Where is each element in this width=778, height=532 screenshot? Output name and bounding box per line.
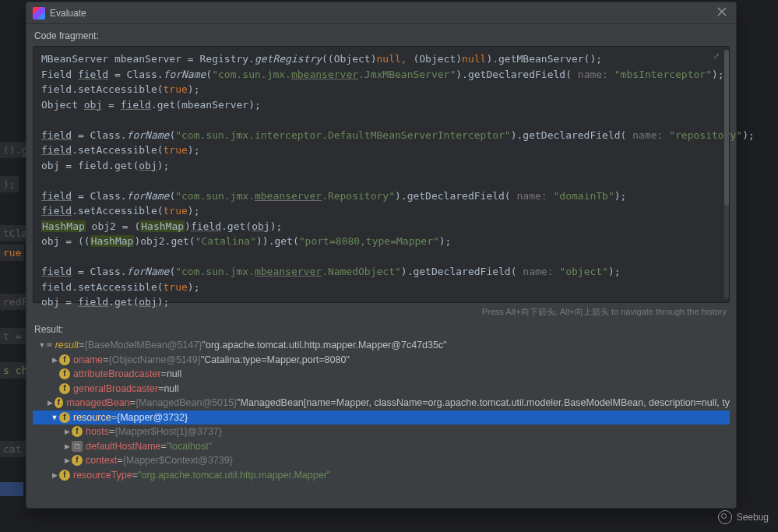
field-icon: f: [72, 455, 83, 466]
evaluate-dialog: Evaluate Code fragment: ⤢ MBeanServer mb…: [26, 2, 737, 509]
tree-node-oname[interactable]: ▶ f oname = {ObjectName@5149} "Catalina:…: [33, 353, 730, 368]
backdrop-selected: [0, 482, 23, 496]
result-label: Result:: [26, 321, 736, 338]
expand-arrow-icon[interactable]: ▼: [37, 338, 47, 353]
ide-icon: [33, 7, 45, 19]
watermark: Seebug: [718, 510, 769, 524]
field-icon: f: [59, 383, 70, 394]
result-tree[interactable]: ▼ ∞ result = {BaseModelMBean@5147} "org.…: [33, 338, 730, 500]
expand-arrow-icon[interactable]: ▶: [47, 396, 55, 410]
code-scrollbar[interactable]: [724, 50, 729, 299]
dialog-title: Evaluate: [50, 8, 717, 19]
code-scrollbar-thumb[interactable]: [724, 50, 729, 206]
watermark-text: Seebug: [737, 512, 769, 523]
tree-node-resource[interactable]: ▼ f resource = {Mapper@3732}: [33, 410, 730, 425]
code-fragment-editor[interactable]: ⤢ MBeanServer mbeanServer = Registry.get…: [33, 46, 730, 303]
field-icon: f: [72, 426, 83, 437]
tree-node-defaultHostName[interactable]: ▶ □ defaultHostName = "localhost": [33, 439, 730, 454]
expand-arrow-icon[interactable]: ▶: [62, 453, 72, 468]
expand-arrow-icon[interactable]: ▶: [50, 353, 59, 368]
tree-node-result[interactable]: ▼ ∞ result = {BaseModelMBean@5147} "org.…: [33, 338, 730, 353]
expand-arrow-icon[interactable]: ▼: [50, 410, 59, 425]
tree-node-context[interactable]: ▶ f context = {Mapper$Context@3739}: [33, 453, 730, 468]
title-bar[interactable]: Evaluate: [26, 2, 736, 24]
tree-node-generalBroadcaster[interactable]: f generalBroadcaster = null: [33, 382, 730, 396]
expand-icon[interactable]: ⤢: [713, 51, 720, 60]
field-icon: f: [55, 397, 63, 408]
property-icon: □: [72, 441, 83, 452]
seebug-icon: [718, 510, 732, 524]
expand-arrow-icon[interactable]: ▶: [62, 425, 72, 439]
field-icon: f: [59, 412, 70, 423]
field-icon: f: [59, 354, 70, 365]
code-content: MBeanServer mbeanServer = Registry.getRe…: [33, 47, 729, 315]
field-icon: f: [59, 470, 70, 481]
close-icon[interactable]: [717, 7, 730, 19]
expand-arrow-icon[interactable]: ▶: [50, 468, 59, 483]
expand-arrow-icon[interactable]: ▶: [62, 439, 72, 454]
tree-node-managedBean[interactable]: ▶ f managedBean = {ManagedBean@5015} "Ma…: [33, 396, 730, 410]
tree-node-attributeBroadcaster[interactable]: f attributeBroadcaster = null: [33, 367, 730, 382]
code-fragment-label: Code fragment:: [26, 24, 736, 46]
infinity-icon: ∞: [47, 338, 52, 353]
tree-node-hosts[interactable]: ▶ f hosts = {Mapper$Host[1]@3737}: [33, 425, 730, 439]
field-icon: f: [59, 368, 70, 379]
tree-node-resourceType[interactable]: ▶ f resourceType = "org.apache.tomcat.ut…: [33, 468, 730, 483]
